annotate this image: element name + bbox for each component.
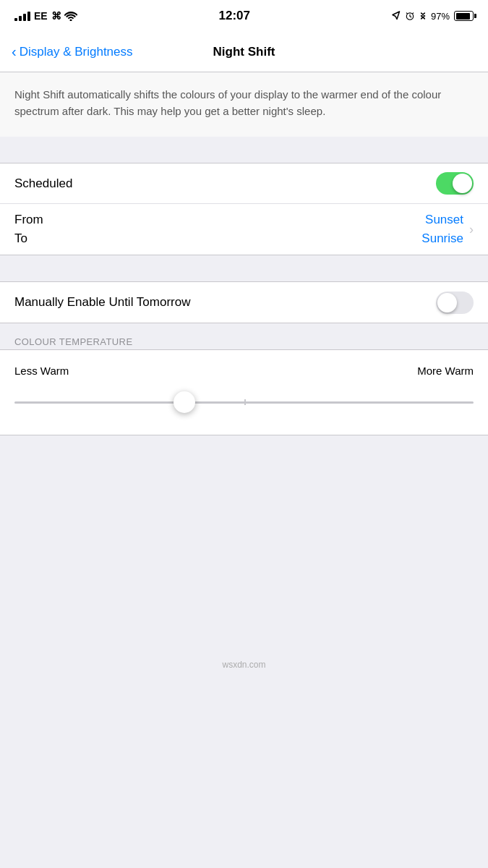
status-bar: EE ⌘ 12:07 97%: [0, 0, 488, 32]
manual-enable-group: Manually Enable Until Tomorrow: [0, 281, 488, 323]
carrier-label: EE: [34, 10, 48, 22]
slider-thumb[interactable]: [174, 391, 195, 413]
battery-icon: [454, 11, 474, 21]
scheduled-toggle[interactable]: [436, 172, 474, 195]
gap-2: [0, 255, 488, 281]
back-chevron-icon: ‹: [12, 43, 17, 60]
alarm-icon: [405, 11, 415, 21]
slider-tick-center: [244, 399, 246, 405]
temperature-slider[interactable]: [14, 390, 474, 414]
less-warm-label: Less Warm: [14, 365, 69, 377]
status-right: 97%: [392, 11, 474, 22]
battery-percent: 97%: [431, 11, 450, 22]
scheduled-row[interactable]: Scheduled: [0, 163, 488, 204]
watermark: wsxdn.com: [0, 652, 488, 677]
status-left: EE ⌘: [14, 10, 77, 22]
scheduled-group: Scheduled From To Sunset Sunrise ›: [0, 163, 488, 255]
nav-bar: ‹ Display & Brightness Night Shift: [0, 32, 488, 72]
from-to-row[interactable]: From To Sunset Sunrise ›: [0, 204, 488, 255]
manual-toggle-knob: [437, 293, 457, 312]
status-time: 12:07: [219, 9, 250, 23]
page-title: Night Shift: [213, 45, 275, 59]
colour-temperature-section: Less Warm More Warm: [0, 349, 488, 435]
bluetooth-icon: [419, 11, 427, 21]
from-value: Sunset: [425, 213, 463, 227]
manual-enable-row[interactable]: Manually Enable Until Tomorrow: [0, 282, 488, 323]
gap-1: [0, 137, 488, 163]
bottom-area: [0, 435, 488, 652]
wifi-icon: ⌘: [51, 10, 77, 22]
more-warm-label: More Warm: [417, 365, 474, 377]
battery-fill: [456, 13, 471, 20]
from-label: From: [14, 213, 43, 227]
description-section: Night Shift automatically shifts the col…: [0, 72, 488, 137]
from-to-values: Sunset Sunrise: [421, 213, 463, 246]
scheduled-label: Scheduled: [14, 176, 72, 191]
manual-enable-label: Manually Enable Until Tomorrow: [14, 295, 190, 310]
description-text: Night Shift automatically shifts the col…: [14, 87, 474, 119]
from-to-labels: From To: [14, 213, 43, 246]
to-value: Sunrise: [421, 231, 463, 246]
from-to-chevron-icon: ›: [469, 222, 474, 237]
signal-bars-icon: [14, 11, 30, 21]
from-to-right: Sunset Sunrise ›: [421, 213, 474, 246]
gap-3: COLOUR TEMPERATURE: [0, 323, 488, 349]
colour-temp-label: COLOUR TEMPERATURE: [14, 336, 132, 347]
to-label: To: [14, 231, 43, 246]
back-button[interactable]: ‹ Display & Brightness: [12, 44, 133, 60]
manual-enable-toggle[interactable]: [436, 292, 474, 314]
temp-labels: Less Warm More Warm: [14, 365, 474, 377]
back-label: Display & Brightness: [20, 45, 133, 59]
location-icon: [392, 11, 401, 21]
toggle-knob: [453, 174, 472, 193]
